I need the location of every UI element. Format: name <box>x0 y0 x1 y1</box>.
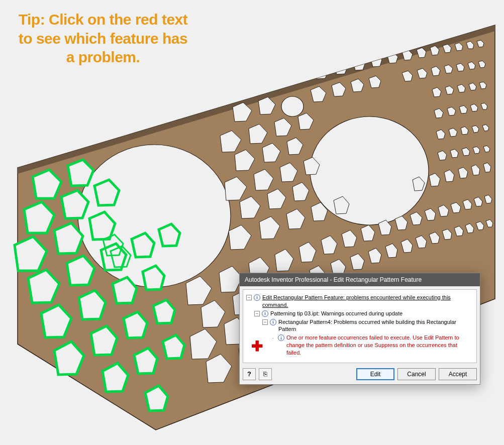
svg-marker-17 <box>440 24 449 32</box>
tree-root-text[interactable]: Edit Rectangular Pattern Feature: proble… <box>262 294 473 309</box>
svg-marker-10 <box>336 38 349 51</box>
tip-overlay: Tip: Click on the red text to see which … <box>13 10 193 67</box>
info-icon: i <box>254 294 260 301</box>
copy-button[interactable]: ⎘ <box>259 368 272 380</box>
copy-icon: ⎘ <box>263 370 267 378</box>
svg-point-4 <box>310 117 429 225</box>
dialog-title: Autodesk Inventor Professional - Edit Re… <box>240 273 480 286</box>
tree-error-text[interactable]: One or more feature occurrences failed t… <box>286 334 473 357</box>
help-button[interactable]: ? <box>243 368 256 380</box>
svg-marker-13 <box>385 31 396 42</box>
svg-marker-9 <box>318 41 332 55</box>
tree-feature-text[interactable]: Rectangular Pattern4: Problems occurred … <box>278 318 473 333</box>
tree-file-row: − i Patterning tip 03.ipt: Warnings occu… <box>246 310 473 317</box>
tree-error-row: · i One or more feature occurrences fail… <box>246 334 473 357</box>
svg-marker-7 <box>255 52 271 67</box>
svg-marker-19 <box>463 21 471 29</box>
info-icon: i <box>270 319 276 325</box>
expand-icon[interactable]: − <box>254 311 260 316</box>
svg-marker-18 <box>452 22 460 30</box>
info-icon: i <box>278 335 284 341</box>
help-icon: ? <box>247 370 251 378</box>
tree-file-text[interactable]: Patterning tip 03.ipt: Warnings occurred… <box>270 310 473 317</box>
svg-marker-12 <box>369 33 381 45</box>
tree-feature-row: − i Rectangular Pattern4: Problems occur… <box>246 318 473 333</box>
svg-marker-14 <box>399 29 410 39</box>
error-dialog: Autodesk Inventor Professional - Edit Re… <box>239 273 480 385</box>
dialog-body: ✚ − i Edit Rectangular Pattern Feature: … <box>243 289 477 363</box>
svg-marker-6 <box>230 56 248 73</box>
svg-marker-22 <box>243 77 261 95</box>
svg-marker-21 <box>216 83 236 102</box>
error-tree: ✚ − i Edit Rectangular Pattern Feature: … <box>246 294 473 357</box>
accept-button[interactable]: Accept <box>439 368 477 380</box>
expand-icon[interactable]: − <box>246 295 252 300</box>
cancel-button[interactable]: Cancel <box>397 368 436 380</box>
expand-icon[interactable]: − <box>262 319 268 325</box>
svg-marker-11 <box>353 36 365 48</box>
edit-button[interactable]: Edit <box>356 368 394 380</box>
info-icon: i <box>262 310 268 317</box>
svg-marker-16 <box>427 25 437 35</box>
tree-root-row: − i Edit Rectangular Pattern Feature: pr… <box>246 294 473 309</box>
svg-point-5 <box>281 96 304 117</box>
leaf-icon: · <box>270 335 276 341</box>
svg-marker-20 <box>474 19 482 27</box>
svg-marker-15 <box>414 27 424 37</box>
svg-marker-23 <box>268 73 284 89</box>
dialog-button-bar: ? ⎘ Edit Cancel Accept <box>240 366 480 384</box>
svg-marker-8 <box>279 48 294 63</box>
